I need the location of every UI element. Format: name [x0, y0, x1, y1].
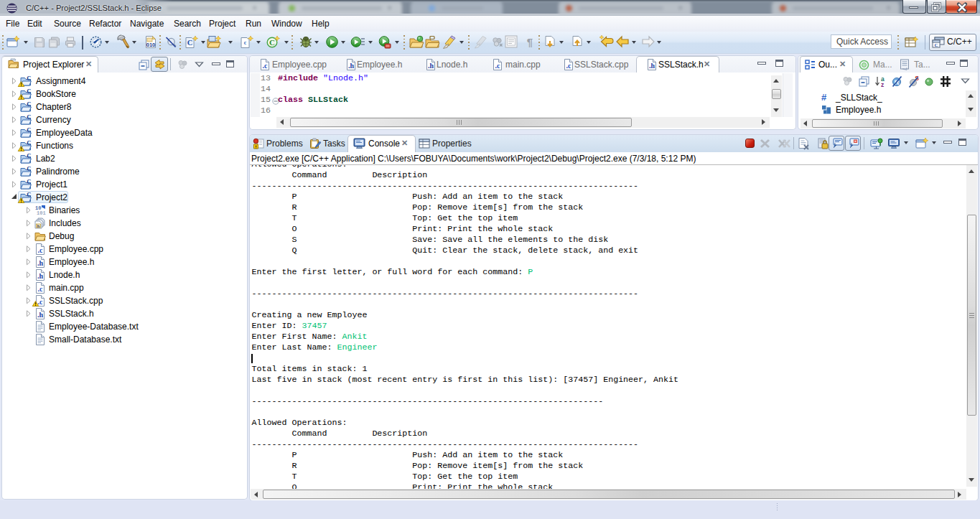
- svg-text:z: z: [881, 81, 884, 88]
- svg-text:c: c: [244, 39, 247, 46]
- svg-text:C: C: [269, 38, 275, 47]
- svg-text:C: C: [934, 42, 938, 48]
- svg-text:010: 010: [146, 42, 156, 48]
- svg-text:C: C: [187, 39, 193, 47]
